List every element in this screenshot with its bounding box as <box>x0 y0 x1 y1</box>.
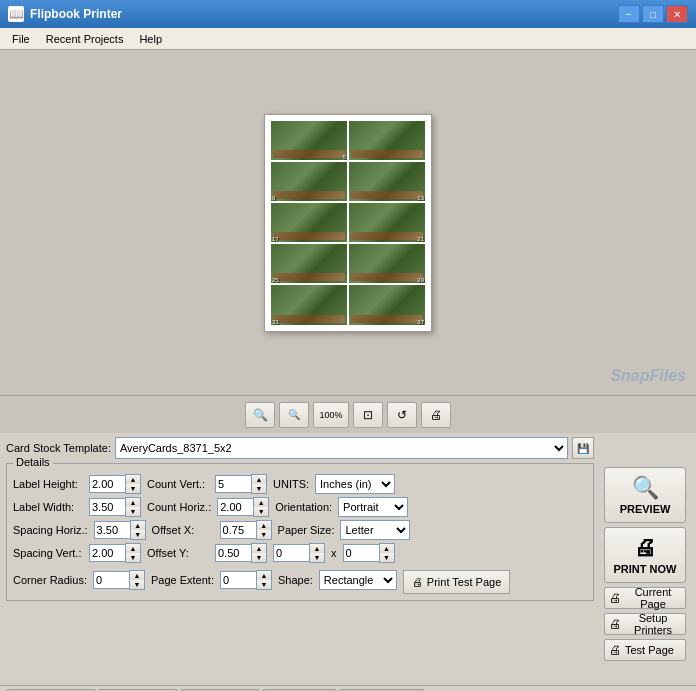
current-page-button[interactable]: 🖨 Current Page <box>604 587 686 609</box>
shape-select[interactable]: Rectangle <box>319 570 397 590</box>
cell-num: 29 <box>417 277 424 283</box>
cell-num: 13 <box>417 195 424 201</box>
corner-radius-down[interactable]: ▼ <box>130 580 144 589</box>
dim2-down[interactable]: ▼ <box>380 553 394 562</box>
window-title: Flipbook Printer <box>30 7 122 21</box>
offset-y-up[interactable]: ▲ <box>252 544 266 553</box>
tabs-bar: Movie Control Card Stock Cover Page Back… <box>0 685 696 691</box>
count-horiz-down[interactable]: ▼ <box>254 507 268 516</box>
spacing-horiz-down[interactable]: ▼ <box>131 530 145 539</box>
fit-page-button[interactable]: ⊡ <box>353 402 383 428</box>
refresh-button[interactable]: ↺ <box>387 402 417 428</box>
dim1-up[interactable]: ▲ <box>310 544 324 553</box>
offset-x-input[interactable]: ▲▼ <box>220 520 272 540</box>
zoom-in-button[interactable]: 🔍 <box>245 402 275 428</box>
count-horiz-input[interactable]: ▲▼ <box>217 497 269 517</box>
count-vert-field[interactable] <box>215 475 251 493</box>
spacing-vert-down[interactable]: ▼ <box>126 553 140 562</box>
count-horiz-label: Count Horiz.: <box>147 501 211 513</box>
left-panel: Card Stock Template: AveryCards_8371_5x2… <box>6 437 594 683</box>
dim1-field[interactable] <box>273 544 309 562</box>
menu-bar: File Recent Projects Help <box>0 28 696 50</box>
cell-num: 17 <box>272 236 279 242</box>
dim2-field[interactable] <box>343 544 379 562</box>
count-vert-down[interactable]: ▼ <box>252 484 266 493</box>
label-height-label: Label Height: <box>13 478 83 490</box>
minimize-button[interactable]: − <box>618 5 640 23</box>
offset-x-down[interactable]: ▼ <box>257 530 271 539</box>
label-height-field[interactable] <box>89 475 125 493</box>
test-page-button[interactable]: 🖨 Test Page <box>604 639 686 661</box>
dim2-input[interactable]: ▲▼ <box>343 543 395 563</box>
print-button[interactable]: 🖨 <box>421 402 451 428</box>
menu-file[interactable]: File <box>4 31 38 47</box>
label-width-up[interactable]: ▲ <box>126 498 140 507</box>
offset-x-field[interactable] <box>220 521 256 539</box>
spacing-horiz-up[interactable]: ▲ <box>131 521 145 530</box>
offset-x-up[interactable]: ▲ <box>257 521 271 530</box>
preview-button[interactable]: 🔍 PREVIEW <box>604 467 686 523</box>
label-height-down[interactable]: ▼ <box>126 484 140 493</box>
template-select[interactable]: AveryCards_8371_5x2 <box>115 437 568 459</box>
corner-radius-field[interactable] <box>93 571 129 589</box>
print-now-label: PRINT NOW <box>614 563 677 575</box>
label-height-input[interactable]: ▲▼ <box>89 474 141 494</box>
preview-cell: 5 <box>271 121 347 160</box>
print-now-button[interactable]: 🖨 PRINT NOW <box>604 527 686 583</box>
details-legend: Details <box>13 456 53 468</box>
template-save-button[interactable]: 💾 <box>572 437 594 459</box>
spacing-vert-up[interactable]: ▲ <box>126 544 140 553</box>
page-extent-up[interactable]: ▲ <box>257 571 271 580</box>
page-extent-label: Page Extent: <box>151 574 214 586</box>
units-select[interactable]: Inches (in) <box>315 474 395 494</box>
preview-cell: 29 <box>349 244 425 283</box>
preview-cell: 37 <box>349 285 425 324</box>
label-width-field[interactable] <box>89 498 125 516</box>
dim1-input[interactable]: ▲▼ <box>273 543 325 563</box>
count-horiz-field[interactable] <box>217 498 253 516</box>
preview-cell: 13 <box>349 162 425 201</box>
count-horiz-up[interactable]: ▲ <box>254 498 268 507</box>
label-width-input[interactable]: ▲▼ <box>89 497 141 517</box>
test-page-icon: 🖨 <box>609 643 621 657</box>
current-page-label: Current Page <box>625 586 681 610</box>
spacing-vert-input[interactable]: ▲▼ <box>89 543 141 563</box>
close-button[interactable]: ✕ <box>666 5 688 23</box>
spacing-horiz-field[interactable] <box>94 521 130 539</box>
zoom-100-button[interactable]: 100% <box>313 402 349 428</box>
menu-help[interactable]: Help <box>131 31 170 47</box>
print-test-page-button[interactable]: 🖨 Print Test Page <box>403 570 510 594</box>
offset-y-label: Offset Y: <box>147 547 209 559</box>
preview-cell: 9 <box>271 162 347 201</box>
menu-recent-projects[interactable]: Recent Projects <box>38 31 132 47</box>
setup-printers-button[interactable]: 🖨 Setup Printers <box>604 613 686 635</box>
spacing-horiz-input[interactable]: ▲▼ <box>94 520 146 540</box>
orientation-select[interactable]: Portrait <box>338 497 408 517</box>
offset-y-input[interactable]: ▲▼ <box>215 543 267 563</box>
page-extent-field[interactable] <box>220 571 256 589</box>
dim2-up[interactable]: ▲ <box>380 544 394 553</box>
preview-page: 5 9 13 17 21 25 29 33 37 <box>264 114 432 332</box>
offset-y-down[interactable]: ▼ <box>252 553 266 562</box>
label-height-up[interactable]: ▲ <box>126 475 140 484</box>
cell-num: 25 <box>272 277 279 283</box>
magnifier-icon: 🔍 <box>632 475 659 501</box>
maximize-button[interactable]: □ <box>642 5 664 23</box>
offset-y-field[interactable] <box>215 544 251 562</box>
test-page-label: Test Page <box>625 644 674 656</box>
shape-label: Shape: <box>278 574 313 586</box>
cell-num: 9 <box>272 195 275 201</box>
cell-num: 33 <box>272 319 279 325</box>
spacing-vert-field[interactable] <box>89 544 125 562</box>
corner-radius-input[interactable]: ▲▼ <box>93 570 145 590</box>
page-extent-input[interactable]: ▲▼ <box>220 570 272 590</box>
preview-label: PREVIEW <box>620 503 671 515</box>
paper-size-select[interactable]: Letter <box>340 520 410 540</box>
corner-radius-up[interactable]: ▲ <box>130 571 144 580</box>
count-vert-input[interactable]: ▲▼ <box>215 474 267 494</box>
page-extent-down[interactable]: ▼ <box>257 580 271 589</box>
zoom-out-button[interactable]: 🔍 <box>279 402 309 428</box>
count-vert-up[interactable]: ▲ <box>252 475 266 484</box>
label-width-down[interactable]: ▼ <box>126 507 140 516</box>
dim1-down[interactable]: ▼ <box>310 553 324 562</box>
